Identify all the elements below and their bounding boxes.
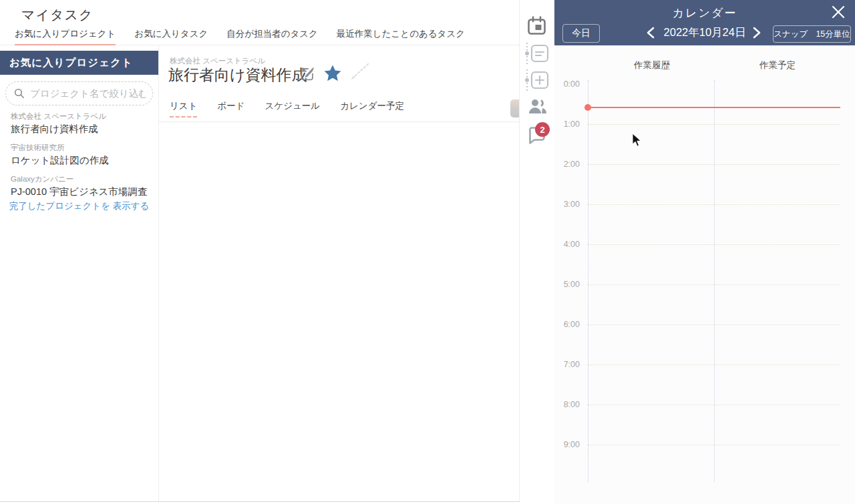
tab-list-view[interactable]: リスト <box>170 100 197 117</box>
current-time-line <box>588 107 840 108</box>
close-icon[interactable] <box>831 5 846 19</box>
calendar-date: 2022年10月24日 <box>660 25 749 40</box>
calendar-panel: カレンダー 今日 2022年10月24日 スナップ 15分単位 作業履歴 作業予… <box>554 0 855 504</box>
tab-schedule-view[interactable]: スケジュール <box>265 100 321 117</box>
show-completed-projects-link[interactable]: 完了したプロジェクトを 表示する <box>0 200 158 212</box>
notification-badge[interactable]: 2 <box>535 122 550 137</box>
members-icon[interactable] <box>528 97 548 120</box>
project-name-label[interactable]: 旅行者向け資料作成 <box>11 122 152 136</box>
project-title: 旅行者向け資料作成 <box>168 65 307 85</box>
today-button[interactable]: 今日 <box>562 24 600 43</box>
column-header-planned: 作業予定 <box>737 59 818 71</box>
time-label: 4:00 <box>554 240 580 249</box>
calendar-title: カレンダー <box>554 5 855 21</box>
current-time-dot <box>584 104 591 111</box>
grid-hline <box>588 244 840 245</box>
grid-hline <box>588 124 840 125</box>
tab-calendar-view[interactable]: カレンダー予定 <box>340 100 404 117</box>
snap-setting[interactable]: スナップ 15分単位 <box>773 25 851 43</box>
top-header: マイタスク お気に入りプロジェクト お気に入りタスク 自分が担当者のタスク 最近… <box>0 0 520 45</box>
page-title: マイタスク <box>21 6 93 24</box>
grid-hline <box>588 324 840 325</box>
tab-board-view[interactable]: ボード <box>217 100 244 117</box>
edit-icon[interactable] <box>299 66 315 85</box>
time-label: 6:00 <box>554 320 580 329</box>
grid-vline <box>714 80 715 482</box>
time-label: 0:00 <box>554 79 580 89</box>
grid-hline <box>588 445 840 445</box>
timeline-add-icon[interactable] <box>524 69 549 94</box>
tabs-divider <box>159 121 519 122</box>
project-name-label[interactable]: ロケット設計図の作成 <box>11 154 152 168</box>
project-org-label: 株式会社 スペーストラベル <box>11 111 152 122</box>
column-header-history: 作業履歴 <box>612 59 692 71</box>
tab-favorite-tasks[interactable]: お気に入りタスク <box>134 28 208 45</box>
time-label: 5:00 <box>554 280 580 289</box>
tab-recent-tasks[interactable]: 最近作業したことのあるタスク <box>337 28 465 45</box>
faded-check-icon <box>349 59 373 85</box>
grid-hline <box>588 164 840 165</box>
app-screen: マイタスク お気に入りプロジェクト お気に入りタスク 自分が担当者のタスク 最近… <box>0 0 855 504</box>
calendar-header: カレンダー 今日 2022年10月24日 スナップ 15分単位 <box>554 0 855 45</box>
project-view-tabs: リスト ボード スケジュール カレンダー予定 <box>170 100 404 117</box>
grid-hline <box>588 284 840 285</box>
mouse-cursor <box>632 133 643 150</box>
side-toolbar <box>520 0 554 504</box>
top-tabs: お気に入りプロジェクト お気に入りタスク 自分が担当者のタスク 最近作業したこと… <box>15 28 465 45</box>
calendar-icon[interactable] <box>527 16 546 38</box>
project-org-label: Galaxyカンパニー <box>11 174 152 185</box>
search-icon <box>14 88 25 99</box>
snap-value[interactable]: 15分単位 <box>816 29 850 40</box>
project-org-label: 宇宙技術研究所 <box>11 142 152 154</box>
project-list-item[interactable]: 宇宙技術研究所 ロケット設計図の作成 <box>0 142 158 174</box>
time-label: 2:00 <box>554 160 580 169</box>
snap-label: スナップ <box>774 29 808 40</box>
sidebar-divider <box>158 45 159 502</box>
project-name-label[interactable]: PJ-0010 宇宙ビジネス市場調査 <box>11 185 152 199</box>
search-input[interactable] <box>30 88 146 99</box>
timeline-list-icon[interactable] <box>524 42 549 67</box>
sidebar-header: お気に入りプロジェクト <box>0 51 158 75</box>
grid-hline <box>588 204 840 205</box>
tab-favorite-projects[interactable]: お気に入りプロジェクト <box>15 28 116 45</box>
chevron-right-icon[interactable] <box>752 27 761 39</box>
time-label: 9:00 <box>554 440 580 449</box>
grid-hline <box>588 364 840 365</box>
project-search-box[interactable] <box>5 81 153 105</box>
grid-vline <box>588 80 588 482</box>
tab-my-assigned-tasks[interactable]: 自分が担当者のタスク <box>226 28 318 45</box>
project-list-item[interactable]: 株式会社 スペーストラベル 旅行者向け資料作成 <box>0 111 158 142</box>
favorite-project-list: 株式会社 スペーストラベル 旅行者向け資料作成 宇宙技術研究所 ロケット設計図の… <box>0 111 158 205</box>
time-label: 3:00 <box>554 200 580 209</box>
grid-hline <box>588 405 840 405</box>
time-label: 1:00 <box>554 119 580 129</box>
time-label: 7:00 <box>554 360 580 369</box>
chevron-left-icon[interactable] <box>646 27 655 39</box>
star-icon[interactable] <box>323 63 343 86</box>
time-label: 8:00 <box>554 400 580 409</box>
